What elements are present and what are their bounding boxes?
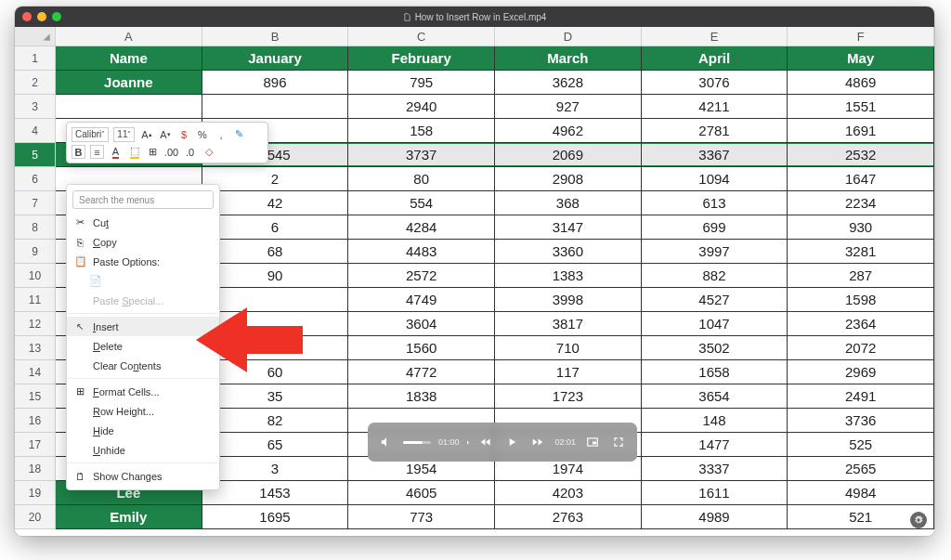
row-header[interactable]: 4 bbox=[15, 119, 56, 143]
cell[interactable]: 148 bbox=[642, 409, 788, 433]
row-header[interactable]: 10 bbox=[15, 264, 56, 288]
cell[interactable]: 3502 bbox=[642, 336, 788, 360]
col-header-d[interactable]: D bbox=[495, 27, 642, 46]
cell[interactable]: 4284 bbox=[348, 215, 495, 240]
row-header[interactable]: 16 bbox=[15, 409, 56, 433]
cell[interactable]: 80 bbox=[348, 167, 495, 191]
cell[interactable]: 4984 bbox=[788, 481, 934, 505]
cell[interactable]: 699 bbox=[642, 215, 788, 240]
cell[interactable]: 1047 bbox=[642, 312, 788, 336]
cell[interactable]: 927 bbox=[495, 95, 642, 119]
decrease-font-icon[interactable]: A▾ bbox=[158, 127, 172, 141]
play-icon[interactable] bbox=[502, 433, 521, 451]
cell[interactable]: 2532 bbox=[788, 143, 934, 167]
menu-copy[interactable]: ⎘Copy bbox=[67, 232, 219, 252]
cell[interactable]: 2969 bbox=[788, 360, 934, 384]
cell[interactable]: 3 bbox=[202, 457, 349, 481]
video-controls[interactable]: 01:00 02:01 bbox=[368, 423, 637, 462]
cell[interactable]: 795 bbox=[348, 71, 495, 95]
cell[interactable]: 1383 bbox=[495, 264, 642, 288]
cell[interactable]: Joanne bbox=[56, 71, 202, 95]
cell[interactable]: 90 bbox=[202, 264, 349, 288]
align-button[interactable]: ≡ bbox=[90, 145, 104, 159]
cell[interactable]: 710 bbox=[495, 336, 642, 360]
cell[interactable]: 930 bbox=[788, 215, 934, 240]
cell[interactable]: 1477 bbox=[642, 433, 788, 457]
cell[interactable]: 613 bbox=[642, 191, 788, 215]
cell[interactable]: 287 bbox=[788, 264, 934, 288]
forward-icon[interactable] bbox=[528, 433, 547, 451]
cell[interactable]: 4605 bbox=[348, 481, 495, 505]
cell[interactable]: 3367 bbox=[642, 143, 788, 167]
col-header-c[interactable]: C bbox=[348, 27, 495, 46]
cell[interactable]: 2940 bbox=[348, 95, 495, 119]
font-name-select[interactable]: Calibri bbox=[72, 127, 109, 142]
decrease-decimal-icon[interactable]: .00 bbox=[164, 145, 178, 159]
cell[interactable]: 4483 bbox=[348, 240, 495, 264]
cell[interactable]: April bbox=[642, 46, 788, 71]
cell[interactable]: 2572 bbox=[348, 264, 495, 288]
cell[interactable]: 4962 bbox=[495, 119, 642, 143]
cell[interactable]: March bbox=[495, 46, 642, 71]
row-header[interactable]: 14 bbox=[15, 360, 56, 384]
border-icon[interactable]: ⊞ bbox=[146, 145, 160, 159]
cell[interactable]: 2781 bbox=[642, 119, 788, 143]
cell[interactable]: 3997 bbox=[642, 240, 788, 264]
cell[interactable]: 2908 bbox=[495, 167, 642, 191]
accounting-format-icon[interactable]: $ bbox=[176, 127, 190, 141]
cell[interactable]: 4203 bbox=[495, 481, 642, 505]
fill-color-icon[interactable]: ⬚ bbox=[127, 145, 141, 159]
menu-row-height[interactable]: Row Height... bbox=[67, 401, 219, 421]
cell[interactable]: 525 bbox=[788, 433, 934, 457]
cell[interactable]: 882 bbox=[642, 264, 788, 288]
cell[interactable]: 4527 bbox=[642, 288, 788, 312]
cell[interactable]: 65 bbox=[202, 433, 349, 457]
cell[interactable]: 6 bbox=[202, 215, 349, 240]
video-progress[interactable] bbox=[467, 441, 470, 444]
cell[interactable]: 3654 bbox=[642, 384, 788, 409]
close-button[interactable] bbox=[22, 12, 32, 21]
menu-unhide[interactable]: Unhide bbox=[67, 440, 219, 460]
col-header-f[interactable]: F bbox=[788, 27, 934, 46]
row-header[interactable]: 11 bbox=[15, 288, 56, 312]
cell[interactable]: 2491 bbox=[788, 384, 934, 409]
col-header-a[interactable]: A bbox=[56, 27, 202, 46]
cell[interactable]: 82 bbox=[202, 409, 349, 433]
cell[interactable]: 3604 bbox=[348, 312, 495, 336]
row-header[interactable]: 9 bbox=[15, 240, 56, 264]
cell[interactable] bbox=[202, 95, 349, 119]
cell[interactable]: 1453 bbox=[202, 481, 349, 505]
format-painter-icon[interactable]: ✎ bbox=[232, 127, 246, 141]
menu-cut[interactable]: ✂Cut bbox=[67, 213, 219, 232]
row-header[interactable]: 17 bbox=[15, 433, 56, 457]
cell[interactable]: 1723 bbox=[495, 384, 642, 409]
cell[interactable]: 4749 bbox=[348, 288, 495, 312]
cell[interactable]: 1691 bbox=[788, 119, 934, 143]
row-header[interactable]: 19 bbox=[15, 481, 56, 505]
col-header-b[interactable]: B bbox=[202, 27, 349, 46]
cell[interactable]: 3737 bbox=[348, 143, 495, 167]
select-all-corner[interactable] bbox=[15, 27, 56, 46]
zoom-button[interactable] bbox=[52, 12, 61, 21]
cell[interactable]: 1658 bbox=[642, 360, 788, 384]
cell[interactable]: 2565 bbox=[788, 457, 934, 481]
bold-button[interactable]: B bbox=[72, 145, 85, 159]
row-header[interactable]: 7 bbox=[15, 191, 56, 215]
cell[interactable]: 117 bbox=[495, 360, 642, 384]
menu-show-changes[interactable]: 🗒Show Changes bbox=[67, 466, 219, 486]
cell[interactable]: 3998 bbox=[495, 288, 642, 312]
cell[interactable]: 3817 bbox=[495, 312, 642, 336]
cell[interactable]: 368 bbox=[495, 191, 642, 215]
cell[interactable]: 1695 bbox=[202, 505, 349, 529]
cell[interactable]: 2069 bbox=[495, 143, 642, 167]
cell[interactable]: 1647 bbox=[788, 167, 934, 191]
increase-decimal-icon[interactable]: .0 bbox=[183, 145, 197, 159]
row-header[interactable]: 15 bbox=[15, 384, 56, 409]
cell[interactable]: 4211 bbox=[642, 95, 788, 119]
cell[interactable]: 1838 bbox=[348, 384, 495, 409]
cell[interactable]: 3736 bbox=[788, 409, 934, 433]
cell[interactable]: 3360 bbox=[495, 240, 642, 264]
volume-icon[interactable] bbox=[377, 433, 396, 451]
cell[interactable]: 2763 bbox=[495, 505, 642, 529]
cell[interactable]: 1598 bbox=[788, 288, 934, 312]
